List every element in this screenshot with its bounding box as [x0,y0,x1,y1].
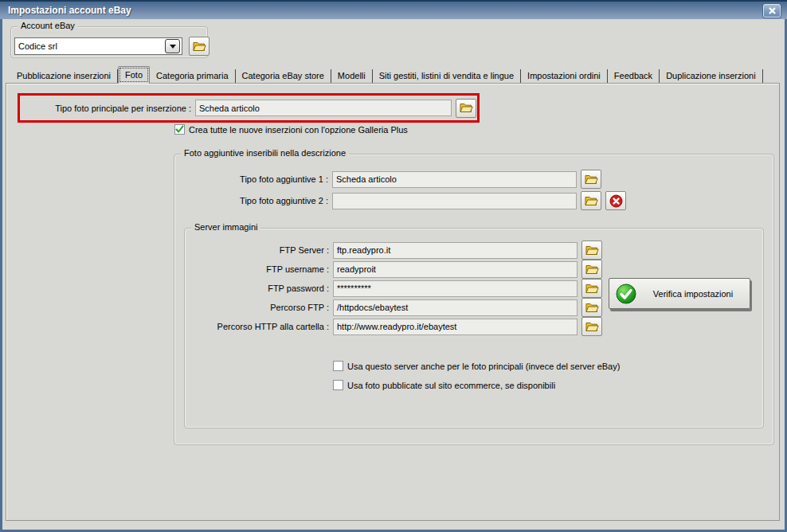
additional-photos-group-label: Foto aggiuntive inseribili nella descriz… [181,148,349,158]
additional-photo-2-field[interactable] [332,193,577,209]
use-ecommerce-photos-label: Usa foto pubblicate sul sito ecommerce, … [347,381,555,390]
ftp-password-label: FTP password : [185,284,329,293]
title-bar: Impostazioni account eBay [0,0,787,19]
folder-icon [460,102,473,114]
ftp-password-row: FTP password : ********** [185,279,602,298]
folder-icon [585,302,599,314]
additional-photo-1-field[interactable]: Scheda articolo [332,171,577,188]
tab-foto[interactable]: Foto [118,66,150,84]
additional-photo-2-browse-button[interactable] [581,191,601,210]
additional-photo-1-row: Tipo foto aggiuntive 1 : Scheda articolo [174,170,601,189]
account-combobox[interactable]: Codice srl [14,37,182,55]
use-server-main-photos-checkbox[interactable] [333,361,343,371]
folder-icon [193,41,206,53]
folder-icon [585,283,599,295]
gallery-plus-checkbox[interactable] [174,124,185,135]
ftp-username-browse-button[interactable] [581,260,602,279]
folder-icon [585,321,599,333]
ftp-path-row: Percorso FTP : /httpdocs/ebaytest [185,298,602,317]
use-server-main-photos-checkbox-row[interactable]: Usa questo server anche per le foto prin… [333,361,620,371]
delete-icon [609,194,623,208]
dialog-body: Account eBay Codice srl Pubblicazione in… [2,19,785,530]
use-ecommerce-photos-checkbox[interactable] [333,380,343,390]
ftp-path-label: Percorso FTP : [185,303,329,312]
additional-photo-1-browse-button[interactable] [581,170,601,189]
tab-feedback[interactable]: Feedback [608,69,660,84]
ftp-path-browse-button[interactable] [581,298,602,317]
tab-categoria-ebay-store[interactable]: Categoria eBay store [236,69,331,84]
ftp-username-row: FTP username : readyproit [185,260,602,279]
close-button[interactable] [763,4,781,18]
account-groupbox: Account eBay Codice srl [10,26,208,58]
folder-icon [585,195,598,207]
additional-photo-2-label: Tipo foto aggiuntive 2 : [174,196,328,205]
http-path-field[interactable]: http://www.readypro.it/ebaytest [333,319,578,335]
additional-photo-2-row: Tipo foto aggiuntive 2 : [174,191,626,210]
foto-tab-panel: Tipo foto principale per inserzione : Sc… [6,83,780,521]
account-combobox-value: Codice srl [18,41,57,51]
chevron-down-icon [170,45,176,49]
use-server-main-photos-label: Usa questo server anche per le foto prin… [347,362,620,371]
tab-modelli[interactable]: Modelli [331,69,373,84]
folder-icon [585,264,599,276]
ftp-username-field[interactable]: readyproit [333,261,578,278]
http-path-row: Percorso HTTP alla cartella : http://www… [185,317,602,336]
verify-settings-label: Verifica impostazioni [636,289,750,299]
tab-siti-gestiti[interactable]: Siti gestiti, listini di vendita e lingu… [373,69,521,84]
folder-icon [585,244,599,256]
ftp-password-browse-button[interactable] [581,279,602,298]
additional-photos-groupbox: Foto aggiuntive inseribili nella descriz… [174,154,774,445]
main-photo-highlight-box: Tipo foto principale per inserzione : Sc… [18,93,480,123]
image-server-group-label: Server immagini [191,222,260,232]
ftp-path-field[interactable]: /httpdocs/ebaytest [333,299,578,316]
combobox-dropdown-button[interactable] [165,39,180,53]
ftp-server-browse-button[interactable] [581,241,602,260]
ftp-password-field[interactable]: ********** [333,280,578,297]
http-path-label: Percorso HTTP alla cartella : [185,322,329,331]
verify-settings-button[interactable]: Verifica impostazioni [609,278,750,309]
check-circle-icon [616,284,636,304]
gallery-plus-checkbox-row[interactable]: Crea tutte le nuove inserzioni con l'opz… [174,124,408,135]
window-title: Impostazioni account eBay [0,5,131,16]
ftp-server-row: FTP Server : ftp.readypro.it [185,241,602,260]
account-browse-button[interactable] [189,37,209,56]
gallery-plus-label: Crea tutte le nuove inserzioni con l'opz… [189,125,408,135]
tab-pubblicazione-inserzioni[interactable]: Pubblicazione inserzioni [10,69,118,84]
ftp-server-field[interactable]: ftp.readypro.it [333,242,578,259]
additional-photo-2-delete-button[interactable] [605,191,626,210]
ftp-username-label: FTP username : [185,264,329,274]
http-path-browse-button[interactable] [581,317,602,336]
tab-duplicazione-inserzioni[interactable]: Duplicazione inserzioni [660,69,763,84]
image-server-groupbox: Server immagini FTP Server : ftp.readypr… [184,228,764,428]
use-ecommerce-photos-checkbox-row[interactable]: Usa foto pubblicate sul sito ecommerce, … [333,380,555,390]
tab-categoria-primaria[interactable]: Categoria primaria [150,69,235,84]
main-photo-field[interactable]: Scheda articolo [195,100,452,116]
account-group-label: Account eBay [18,21,78,30]
tab-impostazioni-ordini[interactable]: Impostazioni ordini [521,69,608,84]
tab-strip: Pubblicazione inserzioni Foto Categoria … [10,66,763,84]
dialog-window: Impostazioni account eBay Account eBay C… [0,0,787,532]
additional-photo-1-label: Tipo foto aggiuntive 1 : [174,174,328,184]
main-photo-browse-button[interactable] [456,99,476,118]
ftp-server-label: FTP Server : [185,245,329,255]
main-photo-label: Tipo foto principale per inserzione : [29,104,191,113]
checkmark-icon [175,125,184,134]
folder-icon [585,174,598,186]
close-icon [769,7,776,14]
